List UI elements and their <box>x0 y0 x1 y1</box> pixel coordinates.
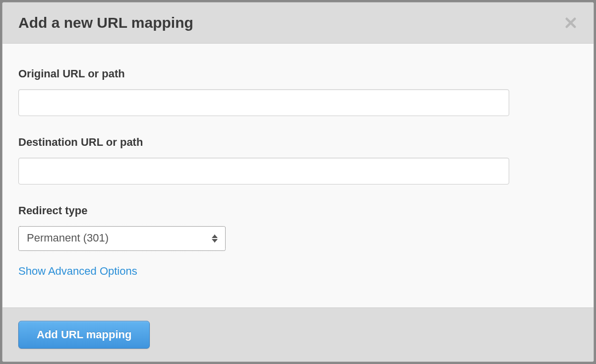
close-icon[interactable] <box>564 16 578 30</box>
destination-url-input[interactable] <box>18 158 509 184</box>
original-url-label: Original URL or path <box>18 67 578 80</box>
redirect-type-select[interactable]: Permanent (301) <box>18 226 226 251</box>
redirect-type-select-wrapper: Permanent (301) <box>18 226 226 251</box>
modal-title: Add a new URL mapping <box>18 14 193 31</box>
modal-body: Original URL or path Destination URL or … <box>2 44 594 307</box>
original-url-input[interactable] <box>18 89 509 116</box>
destination-url-label: Destination URL or path <box>18 136 578 149</box>
show-advanced-options-link[interactable]: Show Advanced Options <box>18 265 137 278</box>
redirect-type-group: Redirect type Permanent (301) <box>18 204 578 251</box>
original-url-group: Original URL or path <box>18 67 578 116</box>
destination-url-group: Destination URL or path <box>18 136 578 184</box>
url-mapping-modal: Add a new URL mapping Original URL or pa… <box>2 2 594 362</box>
modal-header: Add a new URL mapping <box>2 2 594 44</box>
modal-footer: Add URL mapping <box>2 307 594 362</box>
redirect-type-label: Redirect type <box>18 204 578 217</box>
add-url-mapping-button[interactable]: Add URL mapping <box>18 321 150 349</box>
